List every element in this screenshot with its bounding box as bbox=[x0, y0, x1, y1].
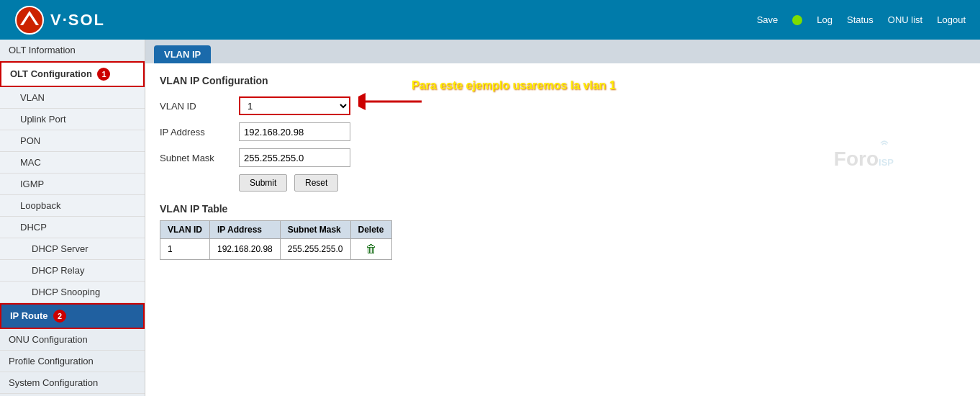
onu-list-link[interactable]: ONU list bbox=[888, 14, 922, 25]
tab-bar: VLAN IP bbox=[145, 40, 980, 63]
sidebar: OLT Information OLT Configuration 1 VLAN… bbox=[0, 40, 145, 396]
layout: OLT Information OLT Configuration 1 VLAN… bbox=[0, 40, 980, 396]
sidebar-item-ip-route[interactable]: IP Route 2 bbox=[0, 303, 145, 329]
cell-vlan-id: 1 bbox=[160, 239, 210, 260]
header-right: Save Log Status ONU list Logout bbox=[757, 14, 966, 25]
delete-icon[interactable]: 🗑 bbox=[366, 243, 377, 255]
logout-link[interactable]: Logout bbox=[937, 14, 966, 25]
col-ip-address: IP Address bbox=[210, 221, 281, 239]
watermark: Foro ISP bbox=[834, 148, 894, 171]
sidebar-item-dhcp-snooping[interactable]: DHCP Snooping bbox=[0, 282, 145, 303]
status-indicator bbox=[792, 15, 802, 25]
cell-delete[interactable]: 🗑 bbox=[350, 239, 391, 260]
content-area: Para este ejemplo usaremos la vlan 1 VLA… bbox=[145, 63, 980, 271]
label-ip-address: IP Address bbox=[160, 127, 239, 138]
badge-1: 1 bbox=[97, 68, 110, 81]
form-row-ip-address: IP Address bbox=[160, 122, 966, 141]
sidebar-item-profile-configuration[interactable]: Profile Configuration bbox=[0, 351, 145, 372]
table-section-title: VLAN IP Table bbox=[160, 203, 966, 215]
logo-area: V·SOL bbox=[14, 5, 105, 35]
tab-vlan-ip[interactable]: VLAN IP bbox=[154, 45, 211, 63]
save-button[interactable]: Save bbox=[757, 14, 779, 25]
watermark-isp: ISP bbox=[879, 148, 894, 171]
logo-text: V·SOL bbox=[50, 11, 105, 30]
sidebar-item-system-configuration[interactable]: System Configuration bbox=[0, 372, 145, 394]
badge-2: 2 bbox=[53, 310, 66, 323]
red-arrow-icon bbox=[358, 91, 423, 114]
sidebar-item-dhcp-server[interactable]: DHCP Server bbox=[0, 238, 145, 260]
vsol-logo-icon bbox=[14, 5, 45, 35]
main-content: VLAN IP Para este ejemplo usaremos la vl… bbox=[145, 40, 980, 396]
sidebar-item-dhcp-relay[interactable]: DHCP Relay bbox=[0, 260, 145, 282]
vlan-ip-table: VLAN ID IP Address Subnet Mask Delete 1 … bbox=[160, 220, 392, 260]
watermark-wifi-icon bbox=[879, 138, 889, 146]
annotation-text: Para este ejemplo usaremos la vlan 1 bbox=[412, 79, 616, 92]
subnet-mask-input[interactable] bbox=[239, 148, 350, 167]
sidebar-item-olt-configuration[interactable]: OLT Configuration 1 bbox=[0, 61, 145, 87]
col-delete: Delete bbox=[350, 221, 391, 239]
form-row-vlan-id: VLAN ID 1 2 10 bbox=[160, 96, 966, 115]
sidebar-item-uplink-port[interactable]: Uplink Port bbox=[0, 109, 145, 130]
header: V·SOL Save Log Status ONU list Logout bbox=[0, 0, 980, 40]
col-vlan-id: VLAN ID bbox=[160, 221, 210, 239]
ip-address-input[interactable] bbox=[239, 122, 350, 141]
label-subnet-mask: Subnet Mask bbox=[160, 153, 239, 163]
log-link[interactable]: Log bbox=[817, 14, 832, 25]
sidebar-item-onu-configuration[interactable]: ONU Configuration bbox=[0, 329, 145, 351]
sidebar-item-pon[interactable]: PON bbox=[0, 130, 145, 152]
sidebar-item-olt-information[interactable]: OLT Information bbox=[0, 40, 145, 61]
sidebar-item-igmp[interactable]: IGMP bbox=[0, 174, 145, 195]
sidebar-item-vlan[interactable]: VLAN bbox=[0, 87, 145, 109]
table-row: 1 192.168.20.98 255.255.255.0 🗑 bbox=[160, 239, 392, 260]
vlan-id-select[interactable]: 1 2 10 bbox=[239, 96, 350, 115]
cell-subnet-mask: 255.255.255.0 bbox=[280, 239, 350, 260]
label-vlan-id: VLAN ID bbox=[160, 101, 239, 112]
col-subnet-mask: Subnet Mask bbox=[280, 221, 350, 239]
sidebar-item-mac[interactable]: MAC bbox=[0, 152, 145, 174]
status-link[interactable]: Status bbox=[847, 14, 874, 25]
reset-button[interactable]: Reset bbox=[294, 174, 338, 192]
form-buttons: Submit Reset bbox=[239, 174, 966, 192]
watermark-foro: Foro bbox=[834, 148, 879, 171]
sidebar-item-loopback[interactable]: Loopback bbox=[0, 195, 145, 217]
submit-button[interactable]: Submit bbox=[239, 174, 287, 192]
cell-ip-address: 192.168.20.98 bbox=[210, 239, 281, 260]
sidebar-item-dhcp[interactable]: DHCP bbox=[0, 217, 145, 238]
